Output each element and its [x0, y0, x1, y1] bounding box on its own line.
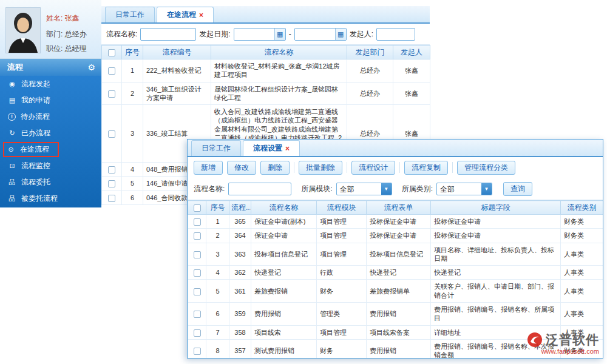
sidebar-item-label: 被委托流程: [21, 194, 58, 204]
tab-daily-work[interactable]: 日常工作: [105, 7, 155, 22]
sidebar-item-delegated-to-me[interactable]: 品 被委托流程: [0, 190, 101, 207]
close-icon[interactable]: ×: [199, 12, 203, 19]
flow-name-input-2[interactable]: [228, 183, 291, 195]
category-select[interactable]: 全部 ▼: [436, 183, 492, 195]
row-checkbox[interactable]: [108, 180, 115, 187]
row-checkbox[interactable]: [108, 67, 115, 75]
table-row[interactable]: 3363投标项目信息登记项目管理投标项目信息登记项目名称、详细地址、投标负责人、…: [188, 243, 603, 266]
sidebar-item-initiate[interactable]: ◉ 流程发起: [0, 76, 101, 92]
cell-title: 投标保证金申请: [431, 229, 561, 243]
row-checkbox[interactable]: [194, 232, 201, 240]
cell-name: 差旅费报销: [251, 280, 317, 303]
sidebar-title: 流程: [7, 62, 23, 73]
tab-process-settings[interactable]: 流程设置 ×: [243, 140, 300, 156]
tab-label: 在途流程: [167, 10, 196, 20]
flow-copy-button[interactable]: 流程复制: [404, 161, 448, 175]
tab-in-transit[interactable]: 在途流程 ×: [157, 7, 214, 22]
sidebar-item-my-applications[interactable]: ▤ 我的申请: [0, 92, 101, 109]
cell-title: 费用报销、报销编号、报销名称、所属项目: [431, 303, 561, 326]
start-date-input[interactable]: [234, 29, 274, 40]
end-date-input[interactable]: [295, 29, 335, 40]
search-button[interactable]: 查询: [503, 182, 532, 196]
monitor-icon: ⊡: [8, 162, 16, 170]
cell-module: 项目管理: [317, 243, 367, 266]
row-checkbox[interactable]: [108, 90, 115, 98]
table-row[interactable]: 6359费用报销管理类费用报销费用报销、报销编号、报销名称、所属项目人事类: [188, 303, 603, 326]
delete-button[interactable]: 删除: [260, 161, 290, 175]
calendar-icon[interactable]: ▦: [335, 29, 346, 40]
row-checkbox[interactable]: [108, 195, 115, 202]
table-row[interactable]: 2346_施工组织设计方案申请晟铭园林绿化工程组织设计方案_晟铭园林绿化工程总经…: [102, 82, 430, 105]
select-all-checkbox[interactable]: [194, 204, 201, 212]
row-checkbox[interactable]: [194, 269, 201, 277]
flow-name-input[interactable]: [140, 28, 196, 41]
cell-title: 关联客户、报销人、申请日期、部门、报销合计: [431, 280, 561, 303]
cell-title: 投标保证金申请: [431, 215, 561, 229]
cell-checkbox: [102, 177, 122, 190]
add-button[interactable]: 新增: [194, 161, 223, 175]
cell-no: 3: [122, 105, 143, 163]
cell-name: 晟铭园林绿化工程组织设计方案_晟铭园林绿化工程: [211, 82, 347, 105]
cell-code: 359: [229, 303, 251, 326]
cell-module: 行政: [317, 266, 367, 280]
select-all-checkbox[interactable]: [108, 49, 115, 56]
row-checkbox[interactable]: [194, 218, 201, 226]
user-title: 职位: 总经理: [46, 44, 87, 54]
tab-label: 日常工作: [115, 10, 144, 20]
alert-icon: !: [8, 113, 16, 121]
col-header-dept: 发起部门: [347, 46, 393, 59]
orgchart-icon: 品: [8, 194, 16, 203]
cell-category: 财务类: [561, 229, 603, 243]
sidebar-item-todo[interactable]: ! 待办流程: [0, 109, 101, 125]
category-select-value: 全部: [437, 183, 481, 195]
table-row[interactable]: 1365保证金申请(副本)项目管理投标保证金申请投标保证金申请财务类: [188, 215, 603, 229]
cell-no: 7: [206, 325, 229, 339]
manage-flow-category-button[interactable]: 管理流程分类: [457, 161, 515, 175]
module-select[interactable]: 全部 ▼: [336, 183, 392, 195]
batch-delete-button[interactable]: 批量删除: [299, 161, 342, 175]
col-header-name: 流程名称: [251, 201, 317, 215]
sidebar-item-monitor[interactable]: ⊡ 流程监控: [0, 158, 101, 174]
table-row[interactable]: 2364保证金申请项目管理投标保证金申请投标保证金申请财务类: [188, 229, 603, 243]
col-header-code: 流程...: [229, 201, 251, 215]
flow-design-button[interactable]: 流程设计: [351, 161, 395, 175]
modify-button[interactable]: 修改: [227, 161, 256, 175]
table-row[interactable]: 1222_材料验收登记材料验收登记_材料采购_张鑫_华润12城房建工程项目总经办…: [102, 59, 430, 83]
cell-title: 快递登记: [431, 266, 561, 280]
sidebar-item-delegate[interactable]: 品 流程委托: [0, 174, 101, 190]
table-row[interactable]: 4362快递登记行政快递登记快递登记人事类: [188, 266, 603, 280]
cell-checkbox: [188, 215, 206, 229]
cell-no: 4: [122, 162, 143, 176]
cell-form: 投标保证金申请: [367, 229, 431, 243]
cell-name: 项目线索: [251, 325, 317, 339]
cell-module: 项目管理: [317, 229, 367, 243]
row-checkbox[interactable]: [108, 166, 115, 174]
chevron-down-icon: ▼: [481, 183, 492, 195]
initiator-label: 发起人:: [350, 29, 373, 39]
row-checkbox[interactable]: [194, 251, 201, 258]
tab-daily-work-2[interactable]: 日常工作: [191, 140, 241, 156]
row-checkbox[interactable]: [194, 329, 201, 337]
win1-filterbar: 流程名称: 发起日期: ▦ - ▦ 发起人:: [101, 24, 430, 45]
flow-name-label: 流程名称:: [106, 29, 137, 39]
user-profile-card: 姓名: 张鑫 部门: 总经办 职位: 总经理: [0, 0, 101, 59]
close-icon[interactable]: ×: [285, 145, 290, 152]
table-row[interactable]: 5361差旅费报销财务差旅费报销单关联客户、报销人、申请日期、部门、报销合计人事…: [188, 280, 603, 303]
gear-icon[interactable]: ⚙: [87, 62, 95, 72]
calendar-icon[interactable]: ▦: [274, 29, 285, 40]
row-checkbox[interactable]: [194, 288, 201, 295]
tab-label: 日常工作: [202, 143, 231, 153]
cell-name: 材料验收登记_材料采购_张鑫_华润12城房建工程项目: [211, 59, 347, 83]
sidebar-item-done[interactable]: ↻ 已办流程: [0, 125, 101, 141]
cell-checkbox: [188, 303, 206, 326]
row-checkbox[interactable]: [194, 348, 201, 355]
user-name: 姓名: 张鑫: [46, 13, 80, 24]
category-label: 所属类别:: [402, 184, 433, 194]
row-checkbox[interactable]: [108, 130, 115, 138]
row-checkbox[interactable]: [194, 311, 201, 318]
initiator-input[interactable]: [376, 28, 415, 41]
cell-form: 费用报销: [367, 303, 431, 326]
sidebar-item-in-transit[interactable]: ⊙ 在途流程: [0, 141, 101, 158]
col-header-sender: 发起人: [393, 46, 430, 59]
cell-form: 差旅费报销单: [367, 280, 431, 303]
